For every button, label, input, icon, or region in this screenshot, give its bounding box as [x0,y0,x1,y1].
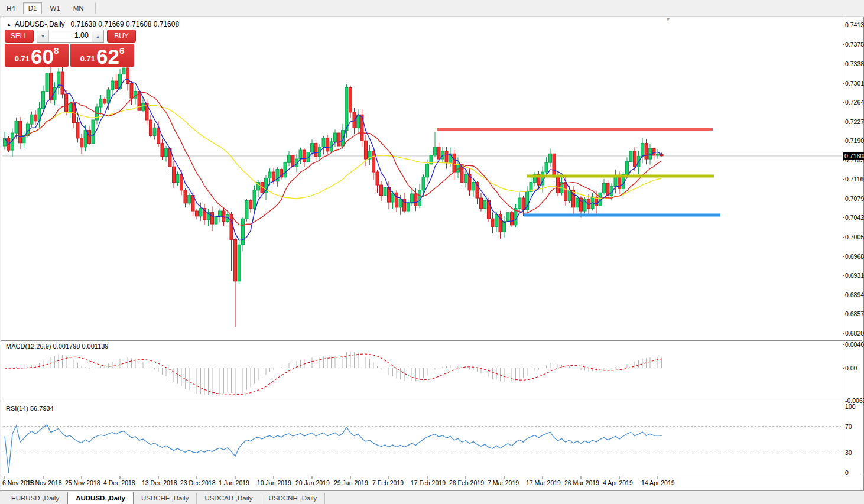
macd-indicator-label: MACD(12,26,9) 0.001798 0.001139 [6,343,108,350]
date-axis-label: 7 Feb 2019 [372,479,404,486]
rsi-name: RSI(14) [6,405,28,412]
volume-decrease-button[interactable]: ▼ [37,30,49,42]
price-axis-label: 0.71900 [845,137,864,144]
current-price-badge: 0.71608 [843,152,864,160]
date-axis-label: 4 Apr 2019 [603,479,633,486]
date-axis-label: 1 Jan 2019 [219,479,249,486]
chart-tab-usdcad[interactable]: USDCAD-,Daily [197,493,261,504]
macd-name: MACD(12,26,9) [6,343,51,350]
buy-price-prefix: 0.71 [80,54,95,63]
date-axis-label: 25 Nov 2018 [65,479,100,486]
chart-tabbar: EURUSD-,DailyAUDUSD-,DailyUSDCHF-,DailyU… [0,490,864,504]
date-axis-label: 26 Feb 2019 [449,479,484,486]
date-axis-label: 17 Feb 2019 [411,479,446,486]
macd-axis-label: 0.004694 [845,341,864,348]
chart-tab-audusd[interactable]: AUDUSD-,Daily [67,492,134,504]
macd-values: 0.001798 0.001139 [53,343,108,350]
date-axis-label: 15 Nov 2018 [27,479,62,486]
rsi-layer [3,425,841,473]
price-axis-label: 0.72640 [845,99,864,106]
date-axis-label: 23 Dec 2018 [180,479,216,486]
sell-price-big: 60 [31,47,54,66]
price-axis-label: 0.72270 [845,118,864,125]
rsi-axis-label: 0 [845,469,849,476]
sell-button[interactable]: SELL [5,30,34,43]
date-axis-label: 17 Mar 2019 [526,479,561,486]
timeframe-h4-button[interactable]: H4 [1,2,21,14]
timeframe-d1-button[interactable]: D1 [23,2,43,14]
chart-canvas[interactable] [1,17,862,489]
macd-layer [5,352,662,397]
buy-price-tile[interactable]: 0.71626 [70,44,134,67]
chart-tab-usdchf[interactable]: USDCHF-,Daily [134,493,197,504]
one-click-trading-panel: SELL ▼ ▲ BUY 0.71608 0.71626 [5,30,136,67]
price-axis-label: 0.69310 [845,272,864,279]
volume-input[interactable] [49,30,92,41]
volume-spinner: ▼ ▲ [37,30,104,43]
date-axis-label: 14 Apr 2019 [641,479,675,486]
date-axis-label: 13 Dec 2018 [142,479,177,486]
date-axis-label: 4 Dec 2018 [103,479,135,486]
timeframe-w1-button[interactable]: W1 [44,2,65,14]
date-axis-label: 29 Jan 2019 [334,479,368,486]
rsi-value: 56.7934 [30,405,54,412]
rsi-axis-label: 30 [845,449,852,456]
buy-price-pip: 6 [119,45,124,56]
price-axis-label: 0.73380 [845,60,864,67]
price-axis-label: 0.71160 [845,175,864,183]
chart-ohlc-readout: 0.71638 0.71669 0.71608 0.71608 [71,20,180,28]
date-axis-label: 26 Mar 2019 [564,479,599,486]
chart-tab-usdcnh[interactable]: USDCNH-,Daily [261,493,326,504]
price-axis-label: 0.68940 [845,291,864,298]
collapse-arrow-icon[interactable]: ▲ [7,22,11,27]
chart-title: ▲AUDUSD-,Daily0.71638 0.71669 0.71608 0.… [7,20,179,28]
chart-shift-marker-icon[interactable]: ▼ [665,17,671,22]
buy-price-big: 62 [96,47,119,66]
rsi-axis-label: 100 [845,403,856,410]
price-axis: 0.741300.737500.733800.730100.726400.722… [843,17,863,476]
buy-button[interactable]: BUY [107,30,136,43]
candles-layer [4,63,664,327]
date-axis: 6 Nov 201815 Nov 201825 Nov 20184 Dec 20… [1,477,842,490]
volume-increase-button[interactable]: ▲ [92,30,103,42]
chart-window: ▲AUDUSD-,Daily0.71638 0.71669 0.71608 0.… [1,17,864,491]
sell-price-pip: 8 [54,45,59,56]
chart-symbol-label: AUDUSD-,Daily [15,20,65,28]
sell-price-tile[interactable]: 0.71608 [5,44,69,67]
toolbar-separator [95,3,96,14]
rsi-axis-label: 70 [845,423,852,430]
price-axis-label: 0.74130 [845,21,864,28]
date-axis-label: 20 Jan 2019 [295,479,330,486]
chart-tab-eurusd[interactable]: EURUSD-,Daily [4,493,67,504]
timeframe-toolbar: H4 D1 W1 MN [0,0,864,17]
date-axis-label: 10 Jan 2019 [257,479,291,486]
price-axis-label: 0.70790 [845,195,864,202]
macd-axis-label: 0.00 [845,365,857,372]
rsi-indicator-label: RSI(14) 56.7934 [6,405,54,412]
sell-price-prefix: 0.71 [15,54,30,63]
price-axis-label: 0.73750 [845,41,864,48]
price-axis-label: 0.69680 [845,253,864,260]
price-axis-label: 0.73010 [845,80,864,87]
price-axis-label: 0.68200 [845,330,864,337]
date-axis-label: 7 Mar 2019 [488,479,519,486]
price-axis-label: 0.70420 [845,214,864,221]
timeframe-mn-button[interactable]: MN [68,2,89,14]
terminal-workspace: H4 D1 W1 MN ▲AUDUSD-,Daily0.71638 0.7166… [0,0,864,504]
price-axis-label: 0.70050 [845,233,864,240]
price-axis-label: 0.68570 [845,310,864,317]
